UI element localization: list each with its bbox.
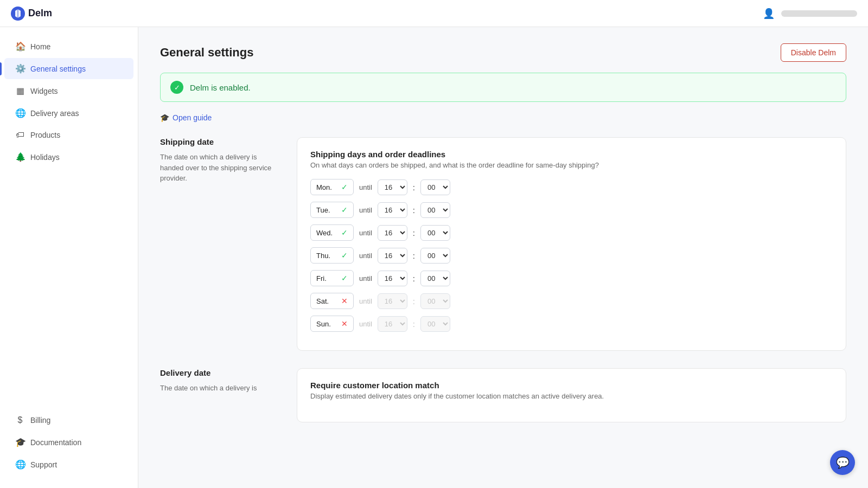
delivery-date-card-subtitle: Display estimated delivery dates only if… [310,392,833,400]
graduation-icon: 🎓 [160,113,169,122]
sidebar-item-billing-label: Billing [30,416,50,425]
time-colon: : [413,297,415,306]
delivery-date-card-title: Require customer location match [310,381,833,390]
until-label: until [359,297,372,305]
logo-icon [11,7,25,21]
shipping-days-card-title: Shipping days and order deadlines [310,150,833,159]
day-row-sun: Sun.✕until000102030405060708091011121314… [310,316,833,332]
minute-select-wed[interactable]: 00153045 [420,225,450,241]
chat-button[interactable]: 💬 [830,450,855,475]
x-icon: ✕ [341,319,348,328]
time-colon: : [413,228,415,237]
time-colon: : [413,251,415,260]
sidebar-item-products[interactable]: 🏷 Products [4,125,133,145]
day-label: Mon. [316,183,332,191]
checkmark-icon: ✓ [341,183,348,191]
delivery-date-title: Delivery date [160,368,279,377]
until-label: until [359,183,372,191]
hour-select-mon[interactable]: 0001020304050607080910111213141516171819… [378,179,407,195]
home-icon: 🏠 [15,41,25,52]
time-colon: : [413,183,415,192]
sidebar-item-support-label: Support [30,460,57,469]
chat-icon: 💬 [836,456,850,469]
sidebar: 🏠 Home ⚙️ General settings ▦ Widgets 🌐 D… [0,27,138,488]
hour-select-sun: 0001020304050607080910111213141516171819… [378,316,407,332]
until-label: until [359,274,372,282]
day-button-mon[interactable]: Mon.✓ [310,179,354,195]
shipping-date-section: Shipping date The date on which a delive… [160,137,846,351]
day-label: Fri. [316,274,327,282]
hour-select-sat: 0001020304050607080910111213141516171819… [378,293,407,309]
sidebar-item-home[interactable]: 🏠 Home [4,36,133,57]
sidebar-item-delivery-areas[interactable]: 🌐 Delivery areas [4,102,133,124]
settings-icon: ⚙️ [15,63,25,74]
tag-icon: 🏷 [15,130,25,140]
shipping-date-info: Shipping date The date on which a delive… [160,137,279,351]
billing-icon: $ [15,415,25,425]
minute-select-thu[interactable]: 00153045 [420,248,450,264]
sidebar-item-delivery-areas-label: Delivery areas [30,109,79,118]
sidebar-item-holidays-label: Holidays [30,153,60,162]
hour-select-fri[interactable]: 0001020304050607080910111213141516171819… [378,271,407,286]
until-label: until [359,252,372,260]
check-circle-icon: ✓ [170,81,183,94]
until-label: until [359,320,372,328]
sidebar-item-home-label: Home [30,42,50,51]
day-row-mon: Mon.✓until000102030405060708091011121314… [310,179,833,195]
sidebar-item-billing[interactable]: $ Billing [4,410,133,431]
sidebar-item-documentation-label: Documentation [30,438,81,447]
minute-select-sat: 00153045 [420,293,450,309]
day-row-tue: Tue.✓until000102030405060708091011121314… [310,202,833,218]
checkmark-icon: ✓ [341,206,348,214]
time-colon: : [413,206,415,215]
delivery-date-card: Require customer location match Display … [297,368,846,422]
minute-select-tue[interactable]: 00153045 [420,202,450,218]
sidebar-item-holidays[interactable]: 🌲 Holidays [4,146,133,168]
day-label: Sat. [316,297,329,305]
minute-select-sun: 00153045 [420,316,450,332]
hour-select-thu[interactable]: 0001020304050607080910111213141516171819… [378,248,407,264]
hour-select-wed[interactable]: 0001020304050607080910111213141516171819… [378,225,407,241]
disable-delm-button[interactable]: Disable Delm [781,43,846,62]
support-icon: 🌐 [15,459,25,470]
time-colon: : [413,319,415,329]
sidebar-item-widgets-label: Widgets [30,87,58,95]
hour-select-tue[interactable]: 0001020304050607080910111213141516171819… [378,202,407,218]
day-button-wed[interactable]: Wed.✓ [310,224,354,241]
sidebar-item-widgets[interactable]: ▦ Widgets [4,80,133,101]
sidebar-bottom: $ Billing 🎓 Documentation 🌐 Support [0,410,138,479]
page-title: General settings [160,46,253,60]
until-label: until [359,229,372,237]
day-row-thu: Thu.✓until000102030405060708091011121314… [310,247,833,264]
day-button-fri[interactable]: Fri.✓ [310,270,354,286]
until-label: until [359,206,372,214]
shipping-date-title: Shipping date [160,137,279,146]
day-button-thu[interactable]: Thu.✓ [310,247,354,264]
enabled-alert: ✓ Delm is enabled. [160,73,846,102]
user-name-placeholder [781,10,857,17]
sidebar-item-general-settings[interactable]: ⚙️ General settings [4,58,133,79]
sidebar-item-support[interactable]: 🌐 Support [4,454,133,475]
delivery-date-desc: The date on which a delivery is [160,383,279,394]
open-guide-link[interactable]: 🎓 Open guide [160,113,212,122]
open-guide-label: Open guide [173,113,212,122]
shipping-date-desc: The date on which a delivery is handed o… [160,152,279,184]
topbar-right: 👤 [763,8,857,20]
logo-text: Delm [28,8,52,19]
day-button-tue[interactable]: Tue.✓ [310,202,354,218]
sidebar-item-documentation[interactable]: 🎓 Documentation [4,432,133,453]
minute-select-fri[interactable]: 00153045 [420,271,450,286]
sidebar-item-products-label: Products [30,131,60,139]
minute-select-mon[interactable]: 00153045 [420,179,450,195]
day-button-sun[interactable]: Sun.✕ [310,316,354,332]
day-label: Tue. [316,206,330,214]
day-label: Wed. [316,229,333,237]
user-icon: 👤 [763,8,775,20]
day-rows-container: Mon.✓until000102030405060708091011121314… [310,179,833,332]
page-header: General settings Disable Delm [160,43,846,62]
day-row-wed: Wed.✓until000102030405060708091011121314… [310,224,833,241]
alert-text: Delm is enabled. [190,83,251,92]
shipping-days-card: Shipping days and order deadlines On wha… [297,137,846,351]
globe-icon: 🌐 [15,108,25,118]
day-button-sat[interactable]: Sat.✕ [310,293,354,309]
